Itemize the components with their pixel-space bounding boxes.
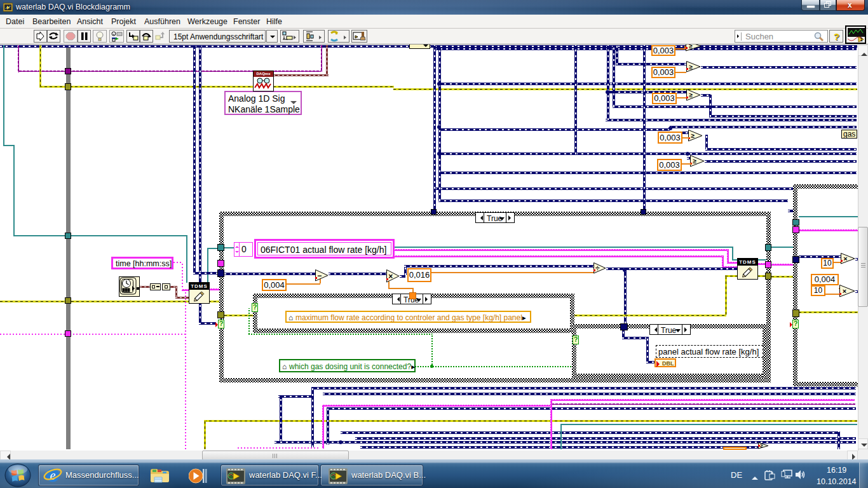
svg-text:×: × xyxy=(388,272,393,281)
svg-text:≥: ≥ xyxy=(693,158,697,165)
svg-text:−: − xyxy=(317,271,322,280)
svg-text:≥: ≥ xyxy=(689,64,693,71)
svg-text:÷: ÷ xyxy=(595,264,600,273)
svg-text:≥: ≥ xyxy=(691,132,695,139)
svg-text:×: × xyxy=(843,255,847,262)
svg-text:×: × xyxy=(843,287,846,295)
svg-text:≥: ≥ xyxy=(760,443,763,449)
svg-text:≥: ≥ xyxy=(689,92,693,98)
